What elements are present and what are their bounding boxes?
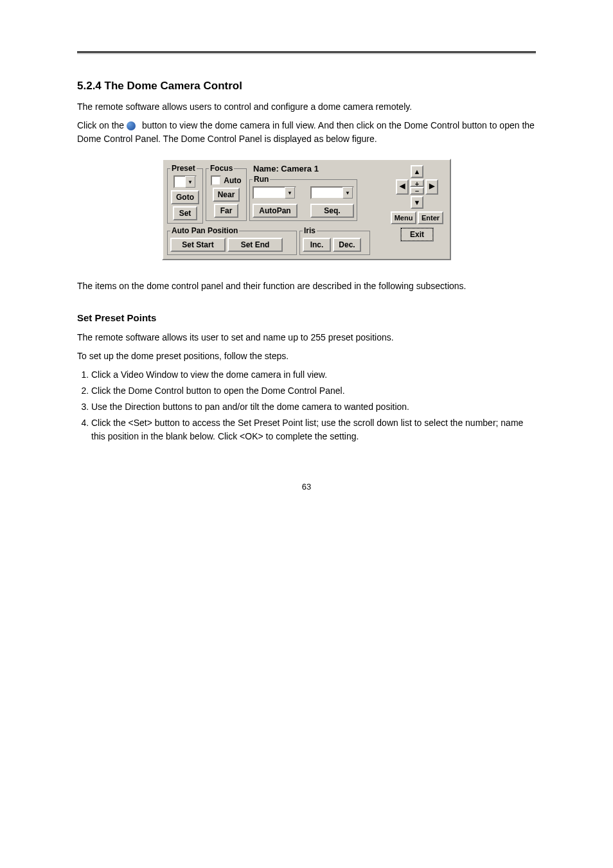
checkbox-icon	[211, 175, 221, 186]
far-button[interactable]: Far	[214, 204, 238, 218]
zoom-out-button[interactable]: –	[410, 187, 424, 195]
auto-label: Auto	[224, 176, 241, 185]
preset-dropdown[interactable]: ▼	[173, 175, 197, 188]
set-button[interactable]: Set	[173, 206, 197, 220]
dome-control-panel: Preset ▼ Goto Set Focus	[162, 159, 451, 260]
preset-group: Preset ▼ Goto Set	[167, 164, 203, 224]
focus-legend: Focus	[209, 164, 234, 173]
subsection-heading: Set Preset Points	[77, 312, 536, 323]
chevron-down-icon: ▼	[285, 187, 295, 199]
list-item: Click a Video Window to view the dome ca…	[91, 368, 536, 382]
iris-legend: Iris	[303, 226, 317, 235]
text-prefix: Click on the	[77, 120, 127, 130]
paragraph: The remote software allows users to cont…	[77, 100, 536, 114]
left-button[interactable]: ◀	[396, 179, 409, 195]
run-dropdown-1[interactable]: ▼	[253, 186, 296, 199]
near-button[interactable]: Near	[213, 188, 240, 202]
goto-button[interactable]: Goto	[171, 190, 199, 204]
up-button[interactable]: ▲	[411, 165, 424, 178]
auto-focus-checkbox[interactable]: Auto	[211, 175, 241, 186]
page-number: 63	[77, 482, 536, 492]
paragraph: To set up the dome preset positions, fol…	[77, 350, 536, 363]
right-button[interactable]: ▶	[425, 179, 438, 195]
chevron-down-icon: ▼	[342, 187, 353, 199]
down-button[interactable]: ▼	[411, 196, 424, 209]
zoom-in-button[interactable]: +	[410, 179, 424, 187]
autopan-position-group: Auto Pan Position Set Start Set End	[167, 226, 297, 255]
list-item: Click the Dome Control button to open th…	[91, 384, 536, 398]
run-legend: Run	[253, 175, 270, 184]
iris-group: Iris Inc. Dec.	[299, 226, 370, 255]
seq-button[interactable]: Seq.	[310, 204, 354, 218]
exit-button[interactable]: Exit	[401, 228, 433, 241]
text-suffix: button to view the dome camera in full v…	[77, 120, 535, 144]
autopan-button[interactable]: AutoPan	[253, 204, 298, 218]
chevron-down-icon: ▼	[185, 176, 195, 188]
menu-button[interactable]: Menu	[391, 211, 416, 224]
set-end-button[interactable]: Set End	[227, 238, 283, 252]
run-group: Run ▼ ▼ AutoPan	[249, 175, 357, 221]
section-heading: 5.2.4 The Dome Camera Control	[77, 80, 536, 93]
preset-legend: Preset	[170, 164, 197, 173]
paragraph: The remote software allows its user to s…	[77, 331, 536, 344]
globe-icon	[127, 121, 136, 130]
list-item: Use the Direction buttons to pan and/or …	[91, 400, 536, 414]
paragraph: Click on the button to view the dome cam…	[77, 119, 536, 146]
autopan-position-legend: Auto Pan Position	[170, 226, 239, 235]
steps-list: Click a Video Window to view the dome ca…	[77, 368, 536, 443]
iris-inc-button[interactable]: Inc.	[303, 238, 331, 252]
enter-button[interactable]: Enter	[418, 211, 443, 224]
list-item: Click the <Set> button to access the Set…	[91, 416, 536, 443]
focus-group: Focus Auto Near Far	[206, 164, 247, 221]
run-dropdown-2[interactable]: ▼	[310, 186, 354, 199]
set-start-button[interactable]: Set Start	[170, 238, 226, 252]
page-rule	[77, 51, 536, 54]
iris-dec-button[interactable]: Dec.	[333, 238, 361, 252]
paragraph: The items on the dome control panel and …	[77, 279, 536, 293]
direction-pad: ▲ ◀ + – ▶ ▼ Menu Enter	[388, 164, 446, 242]
